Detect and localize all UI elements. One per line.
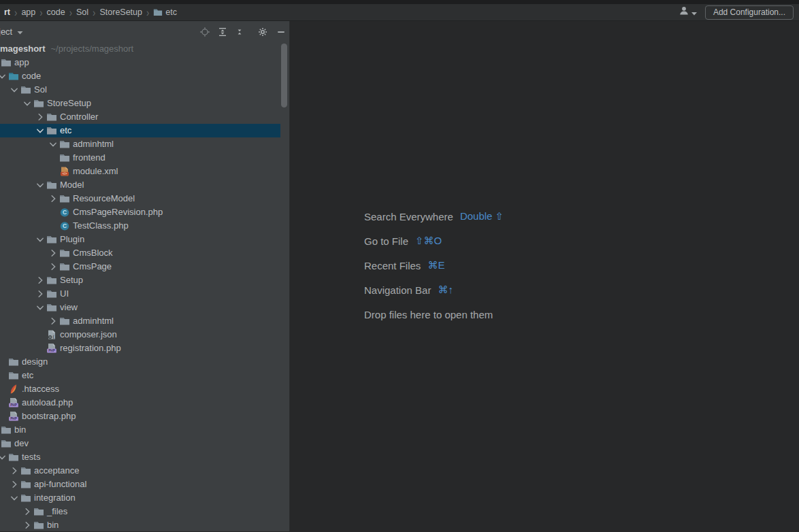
- user-icon: [679, 5, 689, 19]
- editor-area[interactable]: Search EverywhereDouble ⇧Go to File⇧⌘ORe…: [290, 21, 799, 531]
- hide-panel-icon[interactable]: [276, 27, 287, 37]
- htaccess-file-icon: [8, 384, 19, 395]
- chevron-expanded-icon[interactable]: [0, 71, 7, 82]
- php-class-icon: C: [59, 207, 70, 218]
- tree-row[interactable]: etc: [0, 369, 280, 382]
- chevron-collapsed-icon[interactable]: [22, 506, 33, 517]
- tree-row[interactable]: Controller: [0, 110, 280, 124]
- chevron-collapsed-icon[interactable]: [35, 288, 46, 299]
- tree-row[interactable]: acceptance: [0, 464, 280, 478]
- tree-row[interactable]: dev: [0, 437, 280, 450]
- tree-row-selected[interactable]: etc: [0, 124, 280, 137]
- breadcrumb-item[interactable]: app: [19, 7, 37, 17]
- tree-row[interactable]: Setup: [0, 273, 280, 287]
- locate-icon[interactable]: [199, 27, 210, 37]
- breadcrumb-item[interactable]: etc: [151, 7, 179, 17]
- php-file-icon: PHP: [8, 397, 19, 408]
- folder-icon: [59, 139, 70, 150]
- tree-row[interactable]: CCmsPageRevision.php: [0, 205, 280, 219]
- folder-icon: [59, 316, 70, 327]
- breadcrumb-item-label: StoreSetup: [99, 7, 142, 17]
- chevron-collapsed-icon[interactable]: [9, 479, 20, 490]
- tree-row[interactable]: CTestClass.php: [0, 219, 280, 233]
- chevron-expanded-icon[interactable]: [9, 84, 20, 95]
- tree-row[interactable]: mageshort~/projects/mageshort: [0, 42, 280, 56]
- tree-row[interactable]: Model: [0, 178, 280, 192]
- add-configuration-button[interactable]: Add Configuration...: [705, 5, 794, 20]
- svg-text:C: C: [63, 209, 67, 216]
- tree-row[interactable]: design: [0, 355, 280, 369]
- tree-row[interactable]: .htaccess: [0, 382, 280, 396]
- tree-row[interactable]: api-functional: [0, 478, 280, 491]
- tree-row[interactable]: adminhtml: [0, 314, 280, 328]
- tree-row[interactable]: code: [0, 69, 280, 83]
- breadcrumb-item[interactable]: StoreSetup: [97, 7, 144, 17]
- tree-row[interactable]: PHPbootstrap.php: [0, 410, 280, 423]
- chevron-collapsed-icon[interactable]: [35, 112, 46, 122]
- tree-row[interactable]: UI: [0, 287, 280, 301]
- folder-icon: [59, 193, 70, 204]
- chevron-collapsed-icon[interactable]: [48, 248, 59, 259]
- chevron-expanded-icon[interactable]: [9, 493, 20, 503]
- folder-icon: [1, 425, 12, 435]
- user-menu[interactable]: [679, 5, 697, 19]
- shortcut-hint-label: Navigation Bar: [364, 284, 431, 296]
- tree-row[interactable]: {composer.json: [0, 328, 280, 342]
- chevron-collapsed-icon[interactable]: [48, 316, 59, 327]
- chevron-collapsed-icon[interactable]: [48, 261, 59, 272]
- chevron-expanded-icon[interactable]: [0, 452, 7, 463]
- tree-row-label: StoreSetup: [0, 97, 91, 110]
- tree-row[interactable]: CmsBlock: [0, 246, 280, 260]
- folder-icon: [1, 438, 12, 449]
- tree-row[interactable]: integration: [0, 491, 280, 505]
- tree-row[interactable]: PHPautoload.php: [0, 396, 280, 410]
- shortcut-hint-line: Search EverywhereDouble ⇧: [364, 204, 504, 229]
- tree-row-label: mageshort~/projects/mageshort: [0, 42, 133, 56]
- shortcut-hint-keys: ⇧⌘O: [415, 235, 442, 247]
- tree-row[interactable]: CmsPage: [0, 260, 280, 273]
- breadcrumb-item[interactable]: Sol: [74, 7, 91, 17]
- folder-icon: [46, 180, 57, 190]
- tree-row[interactable]: Plugin: [0, 233, 280, 246]
- project-tool-window: ject mageshort~/projects/mageshortappcod…: [0, 21, 290, 531]
- chevron-expanded-icon[interactable]: [35, 234, 46, 245]
- tree-row[interactable]: adminhtml: [0, 137, 280, 151]
- tree-row[interactable]: ResourceModel: [0, 192, 280, 205]
- folder-icon: [153, 7, 163, 17]
- expand-all-icon[interactable]: [217, 27, 228, 37]
- tree-row-label: registration.php: [0, 342, 121, 355]
- tree-row[interactable]: bin: [0, 518, 280, 531]
- breadcrumb-item[interactable]: code: [45, 7, 67, 17]
- tree-scrollbar-thumb[interactable]: [281, 44, 287, 107]
- project-tree: mageshort~/projects/mageshortappcodeSolS…: [0, 42, 289, 531]
- tree-row[interactable]: _files: [0, 505, 280, 518]
- project-panel-title[interactable]: ject: [0, 27, 23, 37]
- php-file-icon: PHP: [46, 343, 57, 354]
- editor-shortcut-hints: Search EverywhereDouble ⇧Go to File⇧⌘ORe…: [364, 204, 504, 327]
- chevron-collapsed-icon[interactable]: [35, 275, 46, 286]
- tree-row[interactable]: app: [0, 56, 280, 69]
- settings-gear-icon[interactable]: [257, 27, 268, 37]
- chevron-collapsed-icon[interactable]: [48, 193, 59, 204]
- chevron-down-icon: [17, 27, 23, 37]
- folder-icon: [46, 234, 57, 245]
- tree-row[interactable]: tests: [0, 450, 280, 464]
- breadcrumb-item[interactable]: rt: [4, 7, 12, 17]
- tree-row[interactable]: frontend: [0, 151, 280, 165]
- tree-row[interactable]: view: [0, 301, 280, 314]
- chevron-expanded-icon[interactable]: [35, 302, 46, 313]
- tree-row[interactable]: PHPregistration.php: [0, 342, 280, 355]
- tree-row[interactable]: </>module.xml: [0, 165, 280, 178]
- chevron-expanded-icon[interactable]: [35, 180, 46, 190]
- chevron-expanded-icon[interactable]: [48, 139, 59, 150]
- chevron-collapsed-icon[interactable]: [9, 465, 20, 476]
- tree-row[interactable]: bin: [0, 423, 280, 437]
- tree-row[interactable]: StoreSetup: [0, 97, 280, 110]
- chevron-expanded-icon[interactable]: [35, 125, 46, 136]
- collapse-all-icon[interactable]: [234, 27, 245, 37]
- chevron-collapsed-icon[interactable]: [22, 520, 33, 531]
- breadcrumb-separator-icon: ›: [14, 6, 17, 19]
- tree-row[interactable]: Sol: [0, 83, 280, 97]
- chevron-expanded-icon[interactable]: [22, 98, 33, 109]
- svg-text:PHP: PHP: [48, 349, 54, 352]
